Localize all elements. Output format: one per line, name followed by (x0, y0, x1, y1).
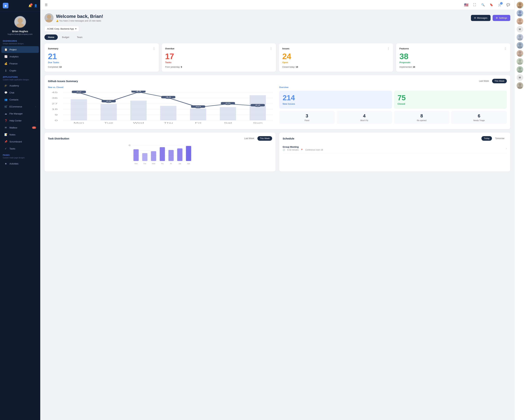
rp-avatar-m2[interactable]: M (517, 74, 523, 81)
rp-avatar-9[interactable] (517, 82, 523, 89)
line-bar-chart: 45 36 27 18 9 0 (48, 91, 276, 126)
rp-avatar-5[interactable] (517, 42, 523, 49)
svg-text:18: 18 (52, 108, 57, 110)
svg-rect-61 (177, 149, 183, 161)
cart-icon[interactable]: 🛒 5 (497, 2, 503, 8)
sidebar-item-scrumboard[interactable]: 📌 Scrumboard (1, 138, 39, 145)
chart-area: New vs. Closed 45 36 27 18 9 0 (48, 86, 276, 126)
card-footer: Closed today: 19 (282, 66, 390, 68)
sidebar-item-crypto[interactable]: ₿ Crypto (1, 67, 39, 74)
notification-icon[interactable]: 🔔 3 (28, 4, 32, 7)
cart-badge: 5 (500, 2, 503, 5)
card-title: Features (400, 47, 409, 50)
svg-text:Tue: Tue (143, 163, 146, 165)
bookmark-icon[interactable]: 🔖 (489, 2, 494, 8)
fullscreen-icon[interactable]: ⛶ (472, 2, 478, 8)
sidebar-item-label: Finance (9, 62, 18, 65)
svg-point-86 (518, 83, 521, 86)
svg-point-78 (518, 43, 521, 46)
sidebar-top: ◆ 🔔 3 👤 (0, 0, 40, 11)
sidebar-item-label: Chat (9, 91, 14, 94)
sidebar-item-analytics[interactable]: 📈 Analytics (1, 53, 39, 60)
user-icon[interactable]: 👤 (34, 4, 38, 7)
tab-budget[interactable]: Budget (58, 35, 73, 40)
tab-home[interactable]: Home (45, 35, 58, 40)
svg-text:Tue: Tue (104, 122, 113, 124)
envelope-icon: ✉ (474, 17, 476, 19)
sidebar-item-helpcenter[interactable]: ❓ Help Center › (1, 117, 39, 124)
stat-label: Needs Triage (454, 119, 504, 121)
header-text: Welcome back, Brian! 🔔 You have 2 new me… (56, 14, 103, 22)
stat-reopened: 8 Re-opened (394, 111, 450, 124)
chevron-right-icon[interactable]: › (506, 147, 507, 150)
page-tabs: Home Budget Team (45, 35, 510, 40)
today-toggle[interactable]: Today (481, 136, 492, 141)
card-footer: Completed: 13 (48, 66, 155, 68)
project-selector[interactable]: ACME Corp. Backend App ▾ (45, 26, 79, 32)
dashboards-section-label: DASHBOARDS (0, 38, 40, 43)
rp-avatar-4[interactable] (517, 34, 523, 41)
card-menu-icon[interactable]: ⋮ (153, 47, 155, 50)
svg-text:Sun: Sun (187, 163, 190, 165)
sidebar-item-ecommerce[interactable]: 🛒 ECommerce › (1, 103, 39, 110)
chat-topbar-icon[interactable]: 💬 (506, 2, 511, 8)
card-menu-icon[interactable]: ⋮ (387, 47, 390, 50)
rp-avatar-2[interactable] (517, 10, 523, 17)
sidebar-item-notes[interactable]: 📝 Notes (1, 131, 39, 138)
task-dist-chart: 40 Mon (48, 143, 272, 168)
sidebar: ◆ 🔔 3 👤 Brian Hughes hughes.brian@compan… (0, 0, 40, 420)
task-last-week-toggle[interactable]: Last Week (242, 136, 257, 141)
sidebar-item-chat[interactable]: 💬 Chat (1, 89, 39, 96)
clock-icon: 🕐 (283, 149, 285, 151)
schedule-title: Schedule (283, 137, 294, 140)
rp-avatar-3[interactable] (517, 18, 523, 25)
tomorrow-toggle[interactable]: Tomorrow (493, 136, 507, 141)
page-title: Welcome back, Brian! (56, 14, 103, 19)
svg-text:27: 27 (52, 103, 57, 105)
sidebar-item-tasks[interactable]: ✓ Tasks (1, 145, 39, 152)
helpcenter-icon: ❓ (4, 119, 7, 122)
search-icon[interactable]: 🔍 (480, 2, 486, 8)
svg-text:22: 22 (255, 104, 260, 106)
svg-point-82 (518, 59, 521, 62)
card-number: 24 (282, 52, 390, 60)
card-menu-icon[interactable]: ⋮ (270, 47, 272, 50)
menu-button[interactable]: ☰ (44, 2, 49, 8)
settings-button[interactable]: ⚙ Settings (493, 15, 510, 21)
rp-avatar-8[interactable] (517, 66, 523, 73)
topbar: ☰ 🇺🇸 ⛶ 🔍 🔖 🛒 5 💬 (40, 0, 515, 10)
svg-text:Mon: Mon (135, 163, 138, 165)
sidebar-item-project[interactable]: 📋 Project (1, 46, 39, 53)
last-week-toggle[interactable]: Last Week (477, 79, 491, 83)
card-label: Proposals (400, 61, 507, 64)
rp-avatar-1[interactable] (517, 2, 523, 8)
card-menu-icon[interactable]: ⋮ (504, 47, 507, 50)
svg-text:Mon: Mon (74, 122, 84, 124)
rp-avatar-6[interactable] (517, 50, 523, 57)
sidebar-item-academy[interactable]: 🎓 Academy (1, 82, 39, 89)
svg-point-76 (518, 35, 521, 38)
task-dist-toggle: Last Week This Week (242, 136, 272, 141)
sidebar-item-label: Help Center (9, 119, 21, 122)
flag-icon[interactable]: 🇺🇸 (463, 2, 469, 8)
this-week-toggle[interactable]: This Week (492, 79, 507, 83)
task-this-week-toggle[interactable]: This Week (257, 136, 272, 141)
sidebar-item-label: File Manager (9, 112, 23, 115)
sidebar-item-activities[interactable]: ★ Activities (1, 160, 39, 167)
svg-text:45: 45 (52, 92, 57, 93)
svg-text:9: 9 (55, 114, 58, 116)
sidebar-item-filemanager[interactable]: ☁ File Manager (1, 110, 39, 117)
app-logo[interactable]: ◆ (3, 3, 8, 8)
tab-team[interactable]: Team (73, 35, 86, 40)
sidebar-item-mailbox[interactable]: ✉ Mailbox 27 (1, 124, 39, 131)
bar-chart-svg: 40 Mon (48, 143, 272, 168)
rp-avatar-m1[interactable]: M (517, 26, 523, 33)
messages-button[interactable]: ✉ Messages (471, 15, 490, 21)
rp-avatar-7[interactable] (517, 58, 523, 65)
sidebar-item-contacts[interactable]: 👥 Contacts (1, 96, 39, 103)
card-number: 38 (400, 52, 507, 60)
stat-num: 6 (454, 113, 504, 119)
chevron-right-icon: › (35, 120, 36, 122)
sidebar-item-finance[interactable]: 💰 Finance (1, 60, 39, 67)
svg-rect-62 (186, 146, 191, 161)
